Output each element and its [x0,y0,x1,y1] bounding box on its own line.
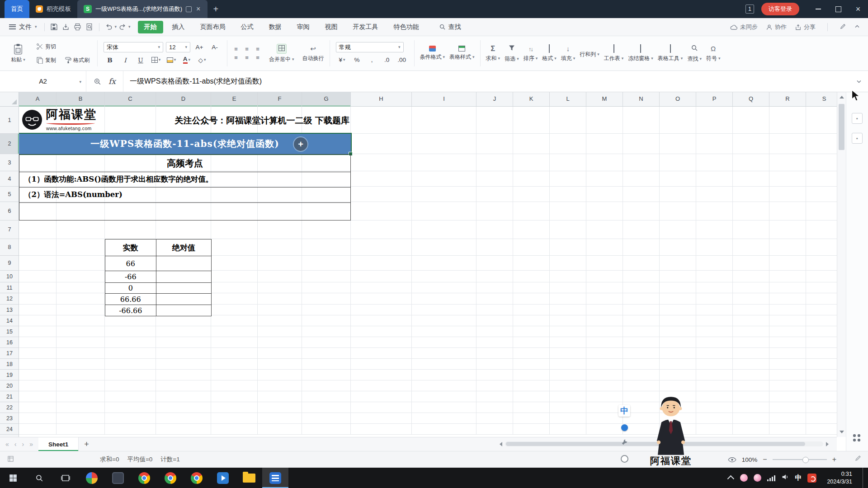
redo-caret-icon[interactable]: ▾ [128,25,131,29]
row-header-11[interactable]: 11 [0,282,19,293]
print-button[interactable] [72,21,84,33]
decrease-font-button[interactable]: A- [208,42,221,52]
col-header-A[interactable]: A [19,92,57,107]
row-header-6[interactable]: 6 [0,202,19,221]
tray-expand-icon[interactable] [727,475,735,483]
minimize-button[interactable] [808,0,828,18]
row-header-8[interactable]: 8 [0,239,19,256]
tray-app-icon-2[interactable] [754,474,761,482]
italic-button[interactable]: I [119,55,132,65]
vertical-scroll-thumb[interactable] [839,104,844,150]
increase-font-button[interactable]: A+ [193,42,206,52]
row-header-20[interactable]: 20 [0,380,19,391]
window-count-badge[interactable]: 1 [745,5,754,14]
menu-tab-home[interactable]: 开始 [138,21,163,33]
undo-button[interactable] [103,21,115,33]
edit-note-icon[interactable] [854,455,862,464]
col-header-K[interactable]: K [513,92,550,107]
taskbar-app-media[interactable] [210,468,236,488]
zoom-level[interactable]: 100% [742,456,758,463]
ribbon-tool-find[interactable]: 查找▾ [685,39,704,68]
taskbar-app-chrome-2[interactable] [157,468,184,488]
document-tab[interactable]: S 一级WPS表格函...(求绝对值函数) × [77,0,208,18]
menu-tab-review[interactable]: 审阅 [291,21,316,33]
number-format-select[interactable]: 常规 ▾ [336,42,404,52]
function-point-2[interactable]: （2）语法=ABS(number) [19,187,350,202]
decrease-decimal-button[interactable]: .0 [381,55,393,65]
collapse-ribbon-icon[interactable] [854,24,860,31]
cell-C10[interactable]: -66 [105,271,156,282]
scroll-up-icon[interactable] [840,96,844,99]
row-header-21[interactable]: 21 [0,391,19,402]
sheet-tab-sheet1[interactable]: Sheet1 [38,437,79,451]
function-point-1[interactable]: （1）函数功能:ABS()函数用于求出相应数字的绝对值。 [19,172,350,187]
paste-button[interactable]: 粘贴▾ [6,43,30,64]
row-header-14[interactable]: 14 [0,315,19,326]
menu-tab-insert[interactable]: 插入 [166,21,191,33]
menu-tab-page-layout[interactable]: 页面布局 [194,21,232,33]
next-sheet-icon[interactable]: › [22,441,24,448]
ribbon-tool-symbol[interactable]: Ω符号▾ [704,39,723,68]
col-header-L[interactable]: L [550,92,586,107]
row-header-24[interactable]: 24 [0,424,19,435]
row-header-19[interactable]: 19 [0,370,19,380]
cell-C12[interactable]: 66.66 [105,294,156,305]
row-header-16[interactable]: 16 [0,337,19,348]
row-header-9[interactable]: 9 [0,256,19,271]
col-header-Q[interactable]: Q [733,92,769,107]
maximize-button[interactable] [828,0,848,18]
new-tab-button[interactable]: + [208,0,224,18]
row-header-18[interactable]: 18 [0,359,19,370]
conditional-format-button[interactable]: 条件格式▾ [418,39,448,68]
ribbon-tool-worksheet[interactable]: 工作表▾ [602,39,626,68]
bold-button[interactable]: B [104,55,116,65]
network-icon[interactable] [767,475,775,481]
cell-D10[interactable] [156,271,211,282]
table-header-absolute-value[interactable]: 绝对值 [156,239,211,256]
side-toolbar-button-2[interactable]: ▪ [852,133,863,144]
col-header-J[interactable]: J [476,92,513,107]
float-tool-ring-icon[interactable] [621,455,628,463]
taskbar-search-button[interactable] [26,468,52,488]
row-header-2[interactable]: 2 [0,134,19,154]
cell-D9[interactable] [156,256,211,271]
cut-button[interactable]: 剪切 [34,42,91,52]
zoom-formula-icon[interactable] [94,78,101,85]
row-header-10[interactable]: 10 [0,271,19,282]
row-header-7[interactable]: 7 [0,221,19,239]
ribbon-tool-table-tools[interactable]: 表格工具▾ [656,39,685,68]
cell-D12[interactable] [156,294,211,305]
insert-function-button[interactable]: fx [108,77,116,86]
save-button[interactable] [48,21,60,33]
table-header-real-number[interactable]: 实数 [105,239,156,256]
col-header-M[interactable]: M [586,92,623,107]
select-all-corner[interactable] [0,92,19,107]
wrap-text-button[interactable]: ↩ 自动换行 [300,39,326,68]
format-painter-button[interactable]: 格式刷 [62,56,91,65]
col-header-F[interactable]: F [258,92,302,107]
cell-C11[interactable]: 0 [105,283,156,293]
col-header-I[interactable]: I [412,92,476,107]
scroll-down-icon[interactable] [840,431,844,433]
close-tab-icon[interactable]: × [195,5,201,13]
font-color-button[interactable]: A▾ [180,55,193,65]
font-size-select[interactable]: 12 ▾ [166,42,190,52]
last-sheet-icon[interactable]: » [29,441,33,448]
prev-sheet-icon[interactable]: ‹ [14,441,17,448]
col-header-H[interactable]: H [351,92,412,107]
clear-format-button[interactable]: ◇▾ [196,55,208,65]
home-tab[interactable]: 首页 [5,0,29,18]
row-header-5[interactable]: 5 [0,187,19,202]
row-header-3[interactable]: 3 [0,154,19,171]
tray-app-icon-1[interactable] [740,474,748,482]
fill-color-button[interactable]: ▾ [165,55,178,65]
col-header-N[interactable]: N [623,92,660,107]
docer-template-tab[interactable]: 稻壳模板 [29,0,77,18]
float-tool-wrench-icon[interactable] [621,439,628,447]
ime-indicator[interactable]: 中 [795,474,802,482]
guest-login-button[interactable]: 访客登录 [761,3,799,15]
ribbon-tool-sort[interactable]: ↑↓排序▾ [521,39,540,68]
section-heading[interactable]: 高频考点 [19,155,350,172]
export-button[interactable] [60,21,72,33]
align-right-button[interactable]: ≡ [252,53,263,62]
